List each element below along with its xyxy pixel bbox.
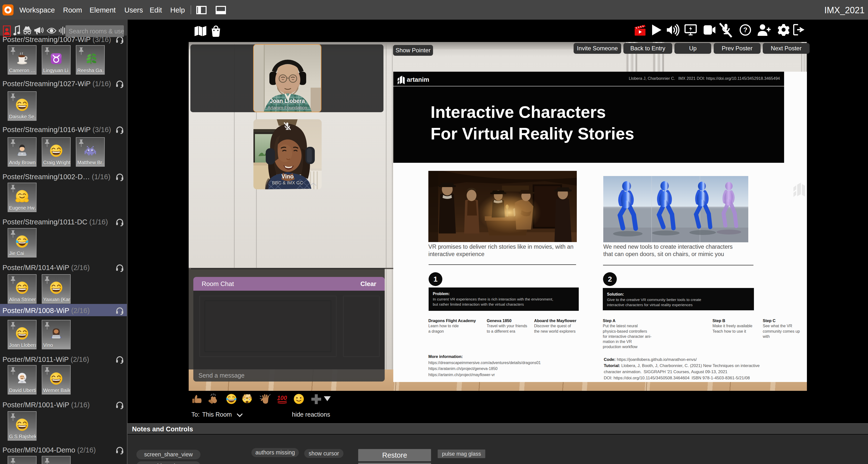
svg-text:artanim: artanim	[407, 76, 429, 83]
svg-text:?: ?	[743, 26, 747, 34]
